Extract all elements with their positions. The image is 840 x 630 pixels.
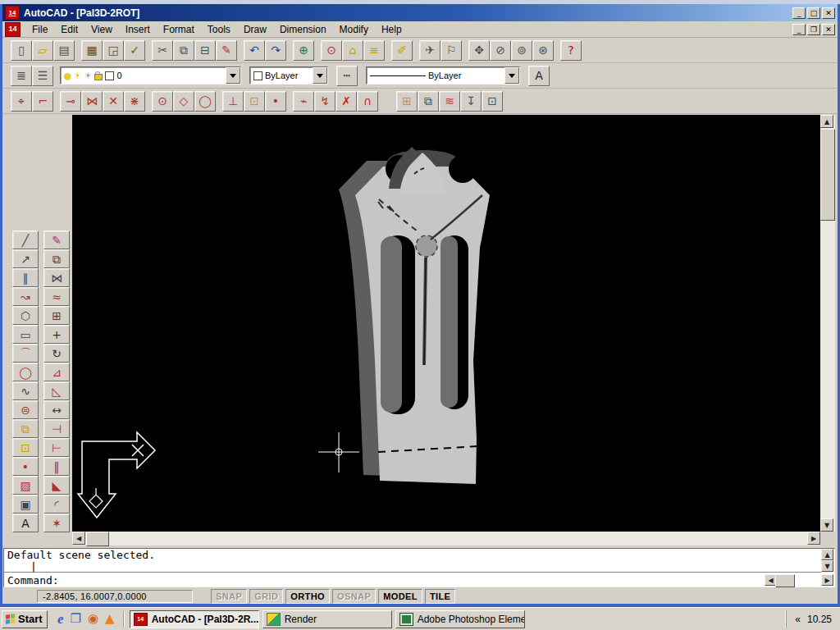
horizontal-scroll-thumb[interactable]	[86, 532, 109, 546]
make-block-button[interactable]: ⊡	[12, 438, 39, 457]
menu-edit[interactable]: Edit	[54, 22, 84, 37]
snap-intersection-button[interactable]: ✕	[103, 91, 124, 112]
osnap-settings-button[interactable]: ∩	[357, 91, 378, 112]
menu-draw[interactable]: Draw	[237, 22, 273, 37]
internet-explorer-icon[interactable]: e	[57, 612, 64, 626]
rotate-button[interactable]: ↻	[43, 344, 70, 363]
scroll-down-button[interactable]: ▼	[820, 518, 833, 532]
color-combo-dropdown[interactable]	[313, 67, 327, 84]
array-button[interactable]: ⊞	[43, 306, 70, 325]
layer-freeze-icon[interactable]: ☀	[74, 71, 82, 81]
media-player-icon[interactable]: ◉	[88, 613, 98, 625]
vlc-cone-icon[interactable]: ▲	[105, 613, 115, 625]
help-button[interactable]: ?	[560, 40, 582, 61]
lengthen-button[interactable]: ↔	[43, 400, 70, 419]
pan-realtime-button[interactable]: ✥	[468, 40, 490, 61]
mdi-restore-button[interactable]: ❐	[807, 24, 820, 35]
snap-tangent-button[interactable]: ◯	[194, 91, 216, 112]
task-autocad[interactable]: 14AutoCAD - [Pal3D-2R...	[130, 610, 259, 628]
snap-from-button[interactable]: ⌐	[32, 91, 53, 112]
construction-line-button[interactable]: ↗	[12, 249, 39, 268]
layer-on-icon[interactable]: ●	[64, 71, 71, 80]
snap-insertion-button[interactable]: ⊡	[244, 91, 265, 112]
snap-node-button[interactable]: •	[265, 91, 286, 112]
menu-view[interactable]: View	[84, 22, 119, 37]
viewport-vertical-scrollbar[interactable]: ▲ ▼	[820, 115, 835, 532]
ucs-flyout-button[interactable]: ⌂	[342, 40, 363, 61]
mdi-minimize-button[interactable]: _	[792, 24, 806, 35]
move-button[interactable]: +	[43, 325, 70, 344]
linetype-button[interactable]: ┅	[336, 66, 358, 86]
open-file-button[interactable]: ▱	[32, 40, 53, 61]
text-button[interactable]: A	[12, 514, 39, 532]
snap-apparent-intersection-button[interactable]: ⋇	[124, 91, 145, 112]
scroll-right-button[interactable]: ▶	[807, 532, 820, 545]
vertical-scroll-thumb[interactable]	[820, 129, 835, 221]
color-combo[interactable]: ByLayer	[249, 66, 328, 84]
stretch-button[interactable]: ◺	[43, 381, 70, 400]
title-bar[interactable]: 14 AutoCAD - [Pal3D-2ROT] _□✕	[2, 4, 838, 21]
erase-button[interactable]: ✎	[43, 231, 70, 249]
offset-button[interactable]: ≈	[43, 287, 70, 306]
snap-none-button[interactable]: ✗	[336, 91, 357, 112]
import-button[interactable]: ↧	[460, 91, 482, 112]
layer-freeze-viewport-icon[interactable]: ☀	[84, 71, 93, 81]
taskbar-clock[interactable]: 10.25	[807, 614, 832, 625]
toggle-osnap[interactable]: OSNAP	[332, 589, 376, 604]
redo-button[interactable]: ↷	[265, 40, 286, 61]
undo-button[interactable]: ↶	[244, 40, 265, 61]
scroll-up-button[interactable]: ▲	[820, 115, 833, 128]
toggle-model[interactable]: MODEL	[378, 589, 422, 604]
menu-help[interactable]: Help	[375, 22, 409, 37]
layer-unlock-icon[interactable]	[94, 74, 103, 80]
paste-button[interactable]: ⊟	[194, 40, 216, 61]
cut-button[interactable]: ✂	[152, 40, 173, 61]
minimize-button[interactable]: _	[792, 7, 806, 19]
save-button[interactable]: ▤	[53, 40, 75, 61]
fillet-button[interactable]: ◜	[43, 495, 70, 514]
zoom-previous-button[interactable]: ⊛	[532, 40, 554, 61]
toggle-ortho[interactable]: ORTHO	[285, 589, 330, 604]
copy-button[interactable]: ⧉	[173, 40, 194, 61]
rendered-object-3d[interactable]	[339, 147, 490, 484]
insert-block-side-button[interactable]: ⧉	[12, 419, 39, 438]
command-history[interactable]: Default scene selected. |	[4, 549, 821, 573]
polygon-button[interactable]: ⬡	[12, 306, 39, 325]
aerial-view-button[interactable]: ✈	[419, 40, 441, 61]
object-snap-flyout-button[interactable]: ⊙	[321, 40, 342, 61]
print-button[interactable]: ▦	[81, 40, 103, 61]
mdi-close-button[interactable]: ✕	[822, 24, 835, 35]
launch-browser-button[interactable]: ⊕	[293, 40, 314, 61]
menu-modify[interactable]: Modify	[333, 22, 375, 37]
layer-combo[interactable]: ● ☀ ☀ 0	[60, 66, 241, 84]
menu-file[interactable]: File	[25, 22, 54, 37]
task-render[interactable]: Render	[262, 610, 392, 628]
coordinate-readout[interactable]: -2.8405, 16.0007,0.0000	[37, 590, 193, 603]
region-button[interactable]: ▣	[12, 495, 39, 514]
task-photoshop[interactable]: Adobe Photoshop Elements	[395, 610, 525, 628]
insert-block-button[interactable]: ⊞	[396, 91, 418, 112]
object-properties-button[interactable]: A	[528, 66, 550, 86]
menu-tools[interactable]: Tools	[201, 22, 237, 37]
snap-quadrant-button[interactable]: ◇	[173, 91, 194, 112]
explode-button[interactable]: ✶	[43, 514, 70, 532]
zoom-realtime-button[interactable]: ⊘	[490, 40, 511, 61]
layer-combo-dropdown[interactable]	[226, 67, 240, 84]
rectangle-button[interactable]: ▭	[12, 325, 39, 344]
tray-expand-chevron[interactable]: «	[795, 614, 801, 625]
scale-button[interactable]: ⊿	[43, 363, 70, 381]
mirror-button[interactable]: ⋈	[43, 268, 70, 287]
copy-object-button[interactable]: ⧉	[43, 249, 70, 268]
viewport-horizontal-scrollbar[interactable]: ◀ ▶	[72, 532, 820, 546]
match-properties-button[interactable]: ✎	[216, 40, 237, 61]
redraw-button[interactable]: ✐	[391, 40, 413, 61]
scroll-up-button[interactable]: ▲	[821, 549, 833, 560]
make-object-layer-current-button[interactable]: ≣	[11, 66, 32, 86]
named-views-button[interactable]: ⚐	[441, 40, 462, 61]
spell-check-button[interactable]: ✓	[124, 40, 145, 61]
linetype-combo[interactable]: ByLayer	[366, 66, 520, 84]
quick-snap-button[interactable]: ↯	[314, 91, 336, 112]
toggle-tile[interactable]: TILE	[425, 589, 455, 604]
show-desktop-icon[interactable]: ❐	[71, 613, 81, 625]
print-preview-button[interactable]: ◲	[103, 40, 124, 61]
